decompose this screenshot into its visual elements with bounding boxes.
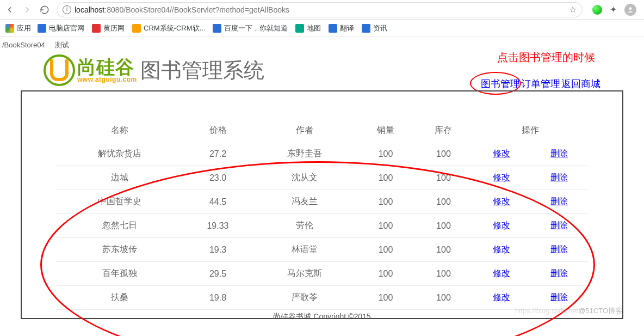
bookmark-item[interactable]: 资讯 [362,23,387,33]
col-header: 价格 [183,119,253,142]
cell-sales: 100 [357,166,414,190]
cell-name: 解忧杂货店 [56,142,183,166]
delete-link[interactable]: 删除 [550,292,568,302]
logo-icon [44,54,75,86]
annotation-text: 点击图书管理的时候 [497,50,595,65]
col-header: 名称 [56,119,183,142]
cell-name: 中国哲学史 [56,190,183,214]
cell-price: 27.2 [183,142,253,166]
delete-link[interactable]: 删除 [550,221,568,230]
extension-icon[interactable] [592,5,602,15]
forward-button[interactable] [22,4,33,15]
table-row: 扶桑19.8严歌苓100100修改删除 [56,286,589,310]
edit-link[interactable]: 修改 [493,197,510,206]
cell-price: 19.3 [183,238,253,262]
cell-sales: 100 [357,190,414,214]
col-header: 操作 [473,119,589,142]
edit-link[interactable]: 修改 [493,221,510,230]
books-table: 名称价格作者销量库存操作 解忧杂货店27.2东野圭吾100100修改删除边城23… [56,119,589,310]
profile-avatar[interactable] [624,4,636,16]
col-header: 销量 [357,119,414,142]
tab-bookstore[interactable]: /BookStore04 [1,40,46,50]
apps-button[interactable]: 应用 [5,23,31,33]
cell-sales: 100 [357,142,414,166]
tab-test[interactable]: 测试 [54,39,70,51]
cell-name: 苏东坡传 [56,238,183,262]
page-header: 尚硅谷 www.atguigu.com 图书管理系统 点击图书管理的时候 图书管… [0,52,644,90]
content-frame[interactable]: 名称价格作者销量库存操作 解忧杂货店27.2东野圭吾100100修改删除边城23… [21,90,623,319]
cell-price: 44.5 [183,190,253,214]
edit-link[interactable]: 修改 [493,268,510,278]
cell-sales: 100 [357,286,414,310]
browser-toolbar: i localhost:8080/BookStore04//BookServle… [0,0,644,20]
cell-price: 23.0 [183,166,253,190]
table-row: 苏东坡传19.3林语堂100100修改删除 [56,238,589,262]
table-row: 百年孤独29.5马尔克斯100100修改删除 [56,262,589,286]
delete-link[interactable]: 删除 [550,268,568,278]
site-info-icon[interactable]: i [63,5,71,14]
back-button[interactable] [4,4,15,15]
cell-name: 扶桑 [56,286,183,310]
reload-button[interactable] [39,4,50,15]
cell-author: 严歌苓 [252,286,356,310]
cell-author: 沈从文 [252,166,356,190]
cell-price: 19.33 [183,214,253,238]
extensions-button[interactable]: ✦ [610,4,617,15]
edit-link[interactable]: 修改 [493,245,510,254]
cell-author: 林语堂 [252,238,356,262]
nav-orders[interactable]: 订单管理 [521,77,560,90]
cell-name: 忽然七日 [56,214,183,238]
cell-stock: 100 [414,166,472,190]
bookmark-star-icon[interactable]: ☆ [569,4,577,15]
page-title: 图书管理系统 [140,57,264,84]
delete-link[interactable]: 删除 [550,197,568,206]
table-row: 忽然七日19.33劳伦100100修改删除 [56,214,589,238]
address-bar[interactable]: i localhost:8080/BookStore04//BookServle… [57,2,583,17]
cell-author: 劳伦 [252,214,356,238]
bookmark-item[interactable]: 地图 [295,23,321,33]
table-row: 中国哲学史44.5冯友兰100100修改删除 [56,190,589,214]
cell-stock: 100 [414,238,472,262]
url-text: localhost:8080/BookStore04//BookServlet?… [75,5,289,14]
cell-name: 边城 [56,166,183,190]
table-row: 边城23.0沈从文100100修改删除 [56,166,589,190]
cell-stock: 100 [414,190,472,214]
bookmarks-bar: 应用 电脑店官网 黄历网 CRM系统-CRM软... 百度一下，你就知道 地图 … [0,20,644,37]
col-header: 库存 [414,119,472,142]
delete-link[interactable]: 删除 [550,245,568,254]
bookmark-item[interactable]: 翻译 [329,23,354,33]
bookmark-item[interactable]: CRM系统-CRM软... [132,23,205,33]
cell-price: 19.8 [183,286,253,310]
cell-author: 冯友兰 [252,190,356,214]
logo-en: www.atguigu.com [77,76,137,83]
edit-link[interactable]: 修改 [493,149,510,158]
edit-link[interactable]: 修改 [493,292,510,302]
svg-point-0 [629,7,632,10]
bookmark-item[interactable]: 电脑店官网 [38,23,84,33]
cell-sales: 100 [357,238,414,262]
cell-name: 百年孤独 [56,262,183,286]
cell-stock: 100 [414,142,472,166]
cell-stock: 100 [414,214,472,238]
delete-link[interactable]: 删除 [550,173,568,182]
logo-cn: 尚硅谷 [77,58,137,76]
edit-link[interactable]: 修改 [493,173,510,182]
cell-stock: 100 [414,286,472,310]
watermark: https://blog.csdn.net@51CTO博客 [515,306,622,316]
site-logo: 尚硅谷 www.atguigu.com [44,54,137,86]
cell-sales: 100 [357,214,414,238]
cell-stock: 100 [414,262,472,286]
delete-link[interactable]: 删除 [550,149,568,158]
nav-back[interactable]: 返回商城 [561,77,600,90]
cell-sales: 100 [357,262,414,286]
bookmark-item[interactable]: 百度一下，你就知道 [213,23,288,33]
bookmark-item[interactable]: 黄历网 [92,23,125,33]
cell-author: 东野圭吾 [252,142,356,166]
col-header: 作者 [252,119,356,142]
cell-author: 马尔克斯 [252,262,356,286]
table-row: 解忧杂货店27.2东野圭吾100100修改删除 [56,142,589,166]
cell-price: 29.5 [183,262,253,286]
